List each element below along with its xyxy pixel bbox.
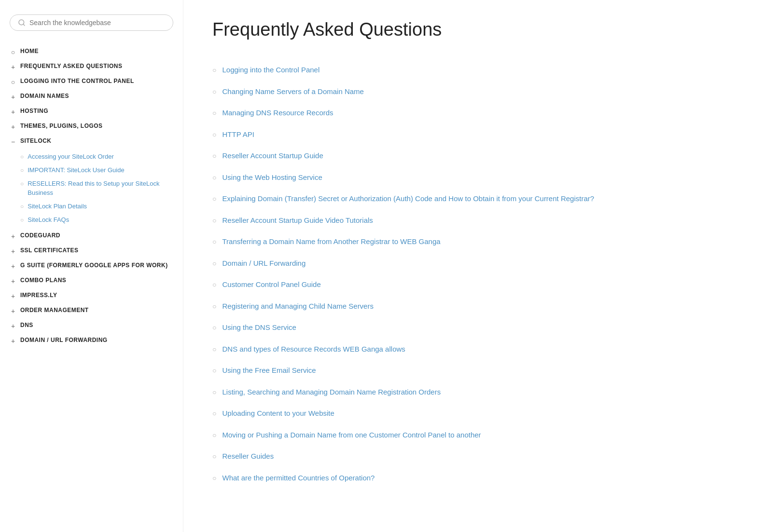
faq-link-faq13[interactable]: Using the DNS Service bbox=[222, 322, 296, 333]
sidebar-item-dns[interactable]: + DNS bbox=[10, 318, 173, 333]
circle-bullet-icon: ○ bbox=[20, 217, 24, 223]
sidebar-item-label: CODEGUARD bbox=[20, 232, 60, 239]
plus-icon: + bbox=[10, 247, 16, 255]
faq-link-faq8[interactable]: Reseller Account Startup Guide Video Tut… bbox=[222, 215, 373, 226]
sidebar-item-label: LOGGING INTO THE CONTROL PANEL bbox=[20, 78, 134, 84]
faq-link-faq15[interactable]: Using the Free Email Service bbox=[222, 365, 316, 376]
circle-icon: ○ bbox=[10, 78, 16, 86]
faq-link-faq10[interactable]: Domain / URL Forwarding bbox=[222, 258, 305, 269]
sidebar-item-label: ORDER MANAGEMENT bbox=[20, 307, 89, 314]
faq-bullet-icon: ○ bbox=[212, 238, 216, 246]
faq-link-faq18[interactable]: Moving or Pushing a Domain Name from one… bbox=[222, 430, 481, 441]
sitelock-child-accessing[interactable]: ○ Accessing your SiteLock Order bbox=[20, 150, 173, 164]
sitelock-subitems: ○ Accessing your SiteLock Order ○ IMPORT… bbox=[20, 150, 173, 227]
sidebar-item-order[interactable]: + ORDER MANAGEMENT bbox=[10, 303, 173, 318]
page-title: Frequently Asked Questions bbox=[212, 19, 748, 40]
sidebar-item-label: THEMES, PLUGINS, LOGOS bbox=[20, 123, 103, 129]
sidebar-item-label: DOMAIN / URL FORWARDING bbox=[20, 337, 108, 343]
sidebar-item-label: DOMAIN NAMES bbox=[20, 93, 69, 99]
faq-bullet-icon: ○ bbox=[212, 345, 216, 353]
plus-icon: + bbox=[10, 93, 16, 101]
faq-bullet-icon: ○ bbox=[212, 217, 216, 224]
faq-list-item: ○ Reseller Guides bbox=[212, 446, 748, 467]
sidebar-item-gsuite[interactable]: + G SUITE (FORMERLY GOOGLE APPS FOR WORK… bbox=[10, 259, 173, 273]
faq-list-item: ○ Managing DNS Resource Records bbox=[212, 102, 748, 124]
faq-link-faq3[interactable]: Managing DNS Resource Records bbox=[222, 108, 333, 119]
sidebar-item-logging[interactable]: ○ LOGGING INTO THE CONTROL PANEL bbox=[10, 74, 173, 89]
sidebar-item-home[interactable]: ○ HOME bbox=[10, 44, 173, 59]
sidebar-item-label: FREQUENTLY ASKED QUESTIONS bbox=[20, 63, 122, 69]
sidebar-item-label: SITELOCK bbox=[20, 137, 52, 144]
plus-icon: + bbox=[10, 232, 16, 240]
faq-link-faq2[interactable]: Changing Name Servers of a Domain Name bbox=[222, 86, 363, 97]
sitelock-child-plan-details[interactable]: ○ SiteLock Plan Details bbox=[20, 200, 173, 213]
faq-bullet-icon: ○ bbox=[212, 302, 216, 310]
sidebar-item-faq[interactable]: + FREQUENTLY ASKED QUESTIONS bbox=[10, 59, 173, 74]
faq-list-item: ○ HTTP API bbox=[212, 124, 748, 146]
sidebar-item-domain-names[interactable]: + DOMAIN NAMES bbox=[10, 89, 173, 104]
faq-list-item: ○ Uploading Content to your Website bbox=[212, 403, 748, 424]
sidebar-item-combo[interactable]: + COMBO PLANS bbox=[10, 273, 173, 288]
faq-link-faq11[interactable]: Customer Control Panel Guide bbox=[222, 279, 320, 290]
faq-list-item: ○ Reseller Account Startup Guide bbox=[212, 145, 748, 167]
sitelock-child-label: RESELLERS: Read this to Setup your SiteL… bbox=[28, 179, 173, 197]
sidebar-item-domain-url[interactable]: + DOMAIN / URL FORWARDING bbox=[10, 333, 173, 348]
circle-bullet-icon: ○ bbox=[20, 180, 24, 187]
sidebar-item-impress[interactable]: + IMPRESS.LY bbox=[10, 288, 173, 303]
faq-link-faq6[interactable]: Using the Web Hosting Service bbox=[222, 172, 322, 183]
sitelock-child-important[interactable]: ○ IMPORTANT: SiteLock User Guide bbox=[20, 164, 173, 177]
sidebar-item-label: HOSTING bbox=[20, 108, 48, 114]
sitelock-child-label: SiteLock FAQs bbox=[28, 216, 69, 224]
plus-icon: + bbox=[10, 277, 16, 285]
search-box[interactable] bbox=[10, 14, 173, 31]
faq-list-item: ○ Moving or Pushing a Domain Name from o… bbox=[212, 424, 748, 446]
circle-bullet-icon: ○ bbox=[20, 203, 24, 210]
svg-line-1 bbox=[23, 24, 25, 26]
sidebar-item-label: HOME bbox=[20, 48, 39, 55]
faq-list-item: ○ Using the Web Hosting Service bbox=[212, 167, 748, 189]
faq-list-item: ○ Transferring a Domain Name from Anothe… bbox=[212, 231, 748, 253]
sidebar-item-hosting[interactable]: + HOSTING bbox=[10, 104, 173, 119]
faq-bullet-icon: ○ bbox=[212, 131, 216, 138]
search-input[interactable] bbox=[29, 19, 165, 27]
plus-icon: + bbox=[10, 337, 16, 345]
faq-bullet-icon: ○ bbox=[212, 174, 216, 181]
sidebar-item-ssl[interactable]: + SSL CERTIFICATES bbox=[10, 244, 173, 259]
faq-bullet-icon: ○ bbox=[212, 452, 216, 460]
faq-link-faq4[interactable]: HTTP API bbox=[222, 129, 254, 140]
plus-icon: + bbox=[10, 322, 16, 330]
faq-link-faq5[interactable]: Reseller Account Startup Guide bbox=[222, 150, 323, 162]
faq-link-faq20[interactable]: What are the permitted Countries of Oper… bbox=[222, 473, 375, 484]
faq-bullet-icon: ○ bbox=[212, 367, 216, 374]
faq-link-faq17[interactable]: Uploading Content to your Website bbox=[222, 408, 334, 419]
sidebar-item-label: SSL CERTIFICATES bbox=[20, 247, 79, 254]
sidebar-item-codeguard[interactable]: + CODEGUARD bbox=[10, 229, 173, 244]
sidebar-item-label: IMPRESS.LY bbox=[20, 292, 57, 299]
faq-link-faq16[interactable]: Listing, Searching and Managing Domain N… bbox=[222, 387, 441, 398]
sidebar-item-themes[interactable]: + THEMES, PLUGINS, LOGOS bbox=[10, 119, 173, 134]
faq-bullet-icon: ○ bbox=[212, 409, 216, 417]
faq-list-item: ○ Registering and Managing Child Name Se… bbox=[212, 296, 748, 317]
faq-bullet-icon: ○ bbox=[212, 88, 216, 95]
faq-link-faq12[interactable]: Registering and Managing Child Name Serv… bbox=[222, 301, 374, 312]
faq-bullet-icon: ○ bbox=[212, 109, 216, 117]
faq-link-faq14[interactable]: DNS and types of Resource Records WEB Ga… bbox=[222, 344, 405, 355]
circle-bullet-icon: ○ bbox=[20, 153, 24, 160]
faq-link-faq7[interactable]: Explaining Domain (Transfer) Secret or A… bbox=[222, 193, 594, 205]
faq-link-faq1[interactable]: Logging into the Control Panel bbox=[222, 65, 319, 76]
sitelock-child-faqs[interactable]: ○ SiteLock FAQs bbox=[20, 213, 173, 227]
faq-link-faq19[interactable]: Reseller Guides bbox=[222, 451, 274, 462]
sidebar-item-sitelock[interactable]: − SITELOCK bbox=[10, 134, 173, 149]
sitelock-child-resellers[interactable]: ○ RESELLERS: Read this to Setup your Sit… bbox=[20, 177, 173, 199]
faq-list-item: ○ DNS and types of Resource Records WEB … bbox=[212, 339, 748, 360]
faq-bullet-icon: ○ bbox=[212, 259, 216, 267]
circle-bullet-icon: ○ bbox=[20, 167, 24, 174]
faq-list: ○ Logging into the Control Panel ○ Chang… bbox=[212, 59, 748, 489]
faq-link-faq9[interactable]: Transferring a Domain Name from Another … bbox=[222, 236, 440, 247]
search-icon bbox=[18, 19, 26, 27]
faq-bullet-icon: ○ bbox=[212, 281, 216, 288]
faq-list-item: ○ Logging into the Control Panel bbox=[212, 59, 748, 81]
sidebar-nav: ○ HOME + FREQUENTLY ASKED QUESTIONS ○ LO… bbox=[10, 44, 173, 348]
sitelock-child-label: SiteLock Plan Details bbox=[28, 202, 87, 211]
main-content: Frequently Asked Questions ○ Logging int… bbox=[183, 0, 777, 532]
